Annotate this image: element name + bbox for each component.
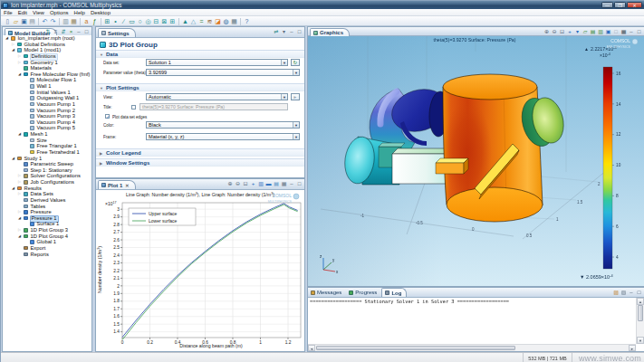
collapsed-arrow-icon[interactable]: ▷: [18, 53, 21, 60]
zoom-out-icon[interactable]: ⊖: [235, 180, 241, 187]
tree-item[interactable]: Materials: [3, 65, 91, 71]
image-icon[interactable]: ▦: [231, 17, 238, 25]
section-window-settings[interactable]: ▶ Window Settings: [96, 158, 304, 167]
y-axis-data-icon[interactable]: ▥: [258, 180, 264, 187]
tree-item[interactable]: Size: [3, 138, 91, 144]
expanded-arrow-icon[interactable]: ◢: [12, 186, 14, 192]
scroll-down-icon[interactable]: ▼: [637, 337, 644, 344]
tree-item[interactable]: ▷Job Configurations: [3, 179, 91, 186]
graphics-canvas[interactable]: -1-0.50 0.511.52: [308, 36, 644, 286]
mesh-icon[interactable]: ▲: [182, 17, 189, 25]
zoom-out-icon[interactable]: ⊖: [552, 28, 558, 35]
title-checkbox[interactable]: [131, 105, 136, 110]
clear-log-icon[interactable]: ▨: [613, 289, 620, 296]
tree-item[interactable]: ▷Global Definitions: [3, 42, 91, 48]
tree-item[interactable]: Step 1: Stationary: [3, 167, 91, 174]
collapsed-arrow-icon[interactable]: ▷: [18, 191, 21, 197]
tree-item[interactable]: Parametric Sweep: [3, 161, 91, 167]
tab-plot-1[interactable]: Plot 1 ✕: [98, 180, 136, 189]
zoom-box-icon[interactable]: ⊡: [243, 180, 249, 187]
menu-desktop[interactable]: Desktop: [88, 9, 113, 16]
tree-item[interactable]: Vacuum Pump 2: [3, 108, 91, 114]
boolean-subtract-icon[interactable]: ⊟: [153, 17, 160, 25]
zoom-extents-icon[interactable]: +: [250, 180, 256, 187]
scrollbar-thumb[interactable]: [638, 305, 643, 321]
tree-item[interactable]: Surface 1: [3, 221, 91, 227]
minimize-panel-icon[interactable]: –: [289, 28, 295, 35]
parameter-value-combo[interactable]: 3.92699 ▼: [146, 69, 300, 76]
tree-item[interactable]: Derived Values: [3, 197, 91, 204]
save-icon[interactable]: ▣: [21, 17, 28, 25]
copy-icon[interactable]: ▥: [62, 17, 70, 25]
expanded-arrow-icon[interactable]: ◢: [12, 156, 14, 162]
tab-messages[interactable]: Messages: [308, 288, 346, 297]
tree-item[interactable]: Reports: [3, 252, 91, 258]
functions-icon[interactable]: ƒ: [91, 17, 99, 25]
tree-item[interactable]: Export: [3, 245, 91, 252]
refresh-solution-button[interactable]: ↻: [291, 59, 300, 66]
section-plot-settings[interactable]: ▼ Plot Settings: [96, 83, 304, 91]
tree-item[interactable]: Molecular Flow 1: [3, 77, 91, 83]
tab-log[interactable]: Log: [381, 288, 407, 297]
snapshot-icon[interactable]: ▦: [620, 28, 627, 35]
boolean-intersect-icon[interactable]: ⊠: [161, 17, 168, 25]
maximize-panel-icon[interactable]: □: [636, 28, 642, 35]
tree-item[interactable]: ▷Pressure: [3, 209, 91, 215]
expanded-arrow-icon[interactable]: ◢: [18, 215, 21, 222]
axis-settings-icon[interactable]: ▤: [274, 180, 280, 187]
collapsed-arrow-icon[interactable]: ▷: [18, 60, 21, 66]
filter-icon[interactable]: ×: [68, 28, 74, 35]
open-icon[interactable]: ▱: [13, 17, 20, 25]
tree-item[interactable]: ◢Pressure 1: [3, 215, 91, 222]
plot-edges-checkbox[interactable]: ✓: [105, 114, 110, 119]
scroll-right-icon[interactable]: ►: [629, 345, 636, 351]
color-combo[interactable]: Black ▼: [146, 121, 300, 129]
expanded-arrow-icon[interactable]: ◢: [18, 71, 21, 78]
tree-item[interactable]: ◢Ion_implanter.mph (root): [3, 35, 91, 42]
tree-item[interactable]: ▷Definitions: [3, 53, 91, 60]
menu-edit[interactable]: Edit: [15, 9, 30, 16]
tree-item[interactable]: ◢Results: [3, 186, 91, 192]
draw-line-icon[interactable]: ∕: [120, 17, 128, 25]
select-box-icon[interactable]: ▣: [605, 28, 611, 35]
zoom-box-icon[interactable]: ⊡: [559, 28, 565, 35]
go-to-view-button[interactable]: ▸: [291, 93, 300, 100]
paste-icon[interactable]: ▦: [71, 17, 78, 25]
scene-light-icon[interactable]: ▤: [590, 28, 596, 35]
expanded-arrow-icon[interactable]: ◢: [18, 131, 21, 138]
compute-icon[interactable]: =: [198, 17, 206, 25]
scroll-left-icon[interactable]: ◄: [308, 345, 315, 351]
print-icon[interactable]: ▤: [29, 17, 36, 25]
expanded-arrow-icon[interactable]: ◢: [5, 35, 8, 42]
array-icon[interactable]: ⊞: [169, 17, 177, 25]
close-button[interactable]: ✕: [627, 2, 642, 8]
tree-item[interactable]: ◢Study 1: [3, 156, 91, 162]
tree-item[interactable]: Wall 1: [3, 83, 91, 90]
minimize-button[interactable]: —: [601, 2, 613, 8]
zoom-in-icon[interactable]: ⊕: [543, 28, 550, 35]
tree-item[interactable]: ▷Solver Configurations: [3, 173, 91, 179]
tree-item[interactable]: Free Tetrahedral 1: [3, 149, 91, 156]
maximize-panel-icon[interactable]: □: [296, 28, 303, 35]
snapshot-icon[interactable]: ▦: [281, 180, 287, 187]
tree-item[interactable]: Vacuum Pump 4: [3, 119, 91, 126]
menu-view[interactable]: View: [30, 9, 47, 16]
scroll-up-icon[interactable]: ▲: [637, 298, 644, 305]
tree-item[interactable]: Outgassing Wall 1: [3, 95, 91, 101]
minimize-panel-icon[interactable]: –: [76, 28, 82, 35]
close-tab-icon[interactable]: ✕: [125, 183, 129, 188]
draw-rect-icon[interactable]: ▭: [129, 17, 136, 25]
tree-item[interactable]: Global 1: [3, 239, 91, 245]
tree-item[interactable]: Initial Values 1: [3, 90, 91, 96]
expanded-arrow-icon[interactable]: ◢: [18, 233, 21, 240]
frame-combo[interactable]: Material (x, y, z) ▼: [146, 133, 300, 140]
combo-arrow-icon[interactable]: ▼: [281, 60, 287, 65]
collapsed-arrow-icon[interactable]: ▷: [18, 173, 21, 179]
zoom-extents-icon[interactable]: +: [567, 28, 573, 35]
minimize-panel-icon[interactable]: –: [629, 289, 635, 296]
combo-arrow-icon[interactable]: ▼: [293, 122, 299, 128]
tree-item[interactable]: ▷Data Sets: [3, 191, 91, 197]
maximize-panel-icon[interactable]: □: [636, 289, 642, 296]
default-view-icon[interactable]: ▱: [582, 28, 589, 35]
zoom-in-icon[interactable]: ⊕: [227, 180, 234, 187]
